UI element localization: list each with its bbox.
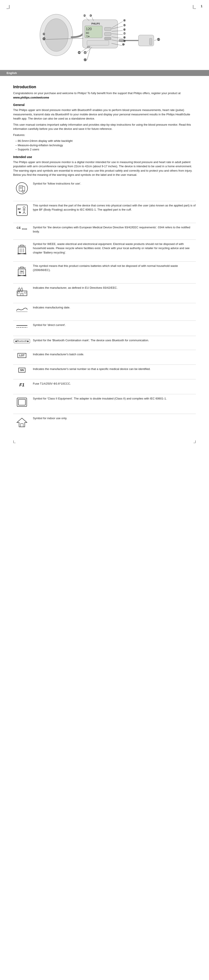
mfg-date-icon [15,306,29,314]
symbol-text-ce: Symbol for 'the device complies with Eur… [31,225,196,234]
svg-rect-8 [104,27,111,31]
intended-use-title: Intended use [13,155,196,159]
symbol-row-manufacturer: Indicates the manufacturer, as defined i… [13,286,196,299]
class2-icon [16,397,27,407]
symbol-text-manufacturer: Indicates the manufacturer, as defined i… [31,286,196,290]
lot-box: LOT [18,353,26,358]
svg-line-55 [24,212,26,214]
bottom-corner-left: |_ [13,440,16,443]
symbol-text-lot: Indicates the manufacturer's batch code. [31,352,196,356]
symbol-row-sn: SN Indicates the manufacturer's serial n… [13,367,196,375]
page-number: 1 [201,5,203,8]
svg-text:⑫: ⑫ [78,51,81,54]
svg-text:②: ② [83,14,86,17]
svg-text:80: 80 [86,31,89,35]
main-content: Introduction Congratulations on your pur… [0,76,209,452]
page: _| |_ 1 PHILIPS 120 80 72♥ [0,0,209,452]
symbol-text-follow-instructions: Symbol for 'follow instructions for use'… [31,181,196,186]
svg-rect-83 [18,399,26,405]
symbol-icon-indoor [13,416,31,429]
symbol-icon-mfg-date [13,305,31,315]
symbol-row-battery: Pb This symbol means that this product c… [13,264,196,280]
intro-title: Introduction [13,85,196,89]
svg-line-54 [23,212,24,214]
symbol-row-indoor: Symbol for indoor use only. [13,416,196,431]
svg-text:⑮: ⑮ [157,38,160,41]
svg-rect-58 [21,245,24,246]
symbol-icon-battery: Pb [13,264,31,278]
features-label: Features: [13,133,196,137]
svg-rect-85 [21,423,23,427]
symbol-icon-sn: SN [13,367,31,374]
symbol-icon-dc [13,323,31,330]
svg-text:⑪: ⑪ [84,51,87,54]
svg-text:⑥: ⑥ [123,28,126,31]
svg-text:120: 120 [86,27,92,31]
language-bar: English [0,70,209,76]
svg-rect-14 [149,38,152,45]
philips-link[interactable]: www.philips.com/welcome [13,96,49,99]
symbol-row-lot: LOT Indicates the manufacturer's batch c… [13,352,196,361]
ce-text: CE 0344 [17,226,27,230]
symbol-icon-follow-instructions [13,181,31,195]
symbol-text-bf: This symbol means that the part of the d… [31,204,196,212]
symbol-text-mfg-date: Indicates manufacturing date. [31,305,196,310]
svg-text:⑧: ⑧ [123,36,126,39]
feature-item-1: 86.5mm×24mm display with white backlight [15,139,196,143]
svg-rect-9 [104,32,111,36]
fuse-label: F1 [19,382,24,387]
battery-cross-icon: Pb [16,265,27,277]
general-text1: The Philips upper arm blood pressure mon… [13,108,196,121]
svg-point-1 [44,19,69,51]
svg-rect-66 [21,267,24,268]
svg-text:⑨: ⑨ [123,40,126,43]
intro-paragraph1: Congratulations on your purchase and wel… [13,91,196,100]
svg-text:BF: BF [18,208,21,210]
intended-use-text: The Philips upper arm blood pressure mon… [13,160,196,177]
manufacturer-icon [16,286,28,296]
svg-rect-10 [104,37,111,40]
svg-text:⑦: ⑦ [123,32,126,35]
svg-rect-77 [18,292,19,293]
symbol-icon-bluetooth: ◆Bluetooth◆ [13,338,31,344]
bottom-corner-right: _| [193,440,196,443]
symbol-icon-fuse: F1 [13,382,31,388]
symbol-row-mfg-date: Indicates manufacturing date. [13,305,196,317]
svg-rect-76 [21,293,23,296]
symbol-text-weee: Symbol for WEEE, waste electrical and el… [31,242,196,255]
svg-text:④: ④ [123,19,126,22]
book-icon [16,182,28,194]
symbol-row-dc: Symbol for 'direct current'. [13,323,196,332]
symbol-row-ce: CE 0344 Symbol for 'the device complies … [13,225,196,236]
symbol-row-follow-instructions: Symbol for 'follow instructions for use'… [13,181,196,197]
bluetooth-logo: ◆Bluetooth◆ [14,339,30,343]
svg-point-51 [23,207,25,209]
device-diagram: PHILIPS 120 80 72♥ [33,6,176,64]
symbol-row-fuse: F1 Fuse T1A/250V Φ3.6*10CCC. [13,382,196,390]
symbol-row-weee: Symbol for WEEE, waste electrical and el… [13,242,196,258]
device-illustration: PHILIPS 120 80 72♥ [13,6,196,64]
symbol-icon-lot: LOT [13,352,31,359]
symbol-text-indoor: Symbol for indoor use only. [31,416,196,420]
general-text2: This user manual contains important safe… [13,123,196,131]
bottom-corner-marks: |_ _| [13,440,196,443]
svg-text:①: ① [43,32,45,36]
svg-text:⑬: ⑬ [43,37,46,40]
symbol-row-class2: Symbol for 'Class II Equipment'. The ada… [13,396,196,410]
svg-rect-78 [24,292,26,293]
general-title: General [13,103,196,107]
svg-text:PHILIPS: PHILIPS [91,22,100,25]
svg-text:72♥: 72♥ [86,35,89,38]
symbol-text-bluetooth: Symbol for the 'Bluetooth Combination ma… [31,338,196,342]
svg-text:⑭: ⑭ [84,58,87,62]
symbol-icon-bf: BF [13,204,31,217]
symbol-icon-ce: CE 0344 [13,225,31,231]
svg-point-45 [16,183,28,194]
svg-marker-84 [17,418,27,427]
svg-text:Pb: Pb [21,270,23,272]
symbol-text-battery: This symbol means that this product cont… [31,264,196,272]
symbol-icon-manufacturer [13,286,31,297]
features-list: 86.5mm×24mm display with white backlight… [13,139,196,152]
svg-text:⑤: ⑤ [123,24,126,27]
bf-icon: BF [16,204,28,216]
